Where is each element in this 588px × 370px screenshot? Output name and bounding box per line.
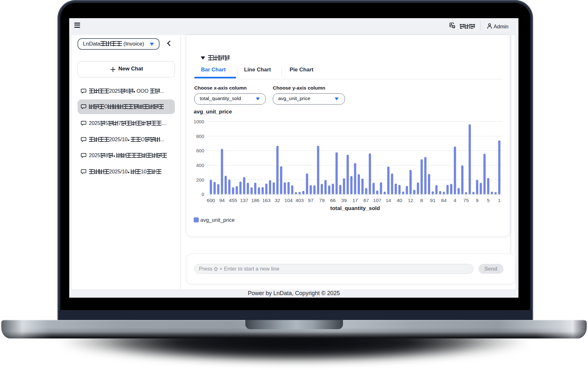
svg-text:5: 5 — [487, 198, 490, 203]
svg-text:455: 455 — [229, 198, 237, 203]
svg-text:600: 600 — [207, 198, 215, 203]
svg-text:total_quantity_sold: total_quantity_sold — [330, 205, 380, 211]
svg-text:67: 67 — [363, 198, 369, 203]
svg-text:163: 163 — [262, 198, 271, 203]
svg-text:4: 4 — [454, 198, 457, 203]
svg-text:137: 137 — [240, 198, 248, 203]
svg-text:12: 12 — [408, 198, 413, 203]
svg-text:1: 1 — [498, 198, 501, 203]
svg-text:91: 91 — [430, 198, 435, 203]
svg-text:75: 75 — [463, 198, 469, 203]
svg-text:66: 66 — [330, 198, 336, 203]
svg-text:avg_unit_price: avg_unit_price — [200, 217, 234, 223]
svg-text:1000: 1000 — [194, 119, 204, 124]
svg-text:800: 800 — [196, 134, 204, 139]
svg-text:14: 14 — [386, 198, 391, 203]
svg-text:40: 40 — [397, 198, 402, 203]
svg-text:186: 186 — [251, 198, 259, 203]
svg-text:84: 84 — [441, 198, 447, 203]
svg-text:403: 403 — [295, 198, 304, 203]
svg-text:9: 9 — [476, 198, 479, 203]
svg-text:17: 17 — [352, 198, 358, 203]
svg-text:200: 200 — [196, 177, 204, 183]
svg-text:97: 97 — [308, 198, 313, 203]
svg-text:104: 104 — [284, 198, 293, 203]
svg-text:8: 8 — [420, 198, 423, 203]
svg-text:0: 0 — [202, 192, 204, 197]
svg-text:39: 39 — [341, 198, 347, 203]
svg-text:79: 79 — [319, 198, 324, 203]
svg-text:600: 600 — [196, 148, 204, 153]
svg-text:107: 107 — [373, 198, 382, 203]
svg-text:400: 400 — [196, 163, 204, 168]
svg-text:32: 32 — [275, 198, 280, 203]
svg-text:94: 94 — [219, 198, 225, 203]
